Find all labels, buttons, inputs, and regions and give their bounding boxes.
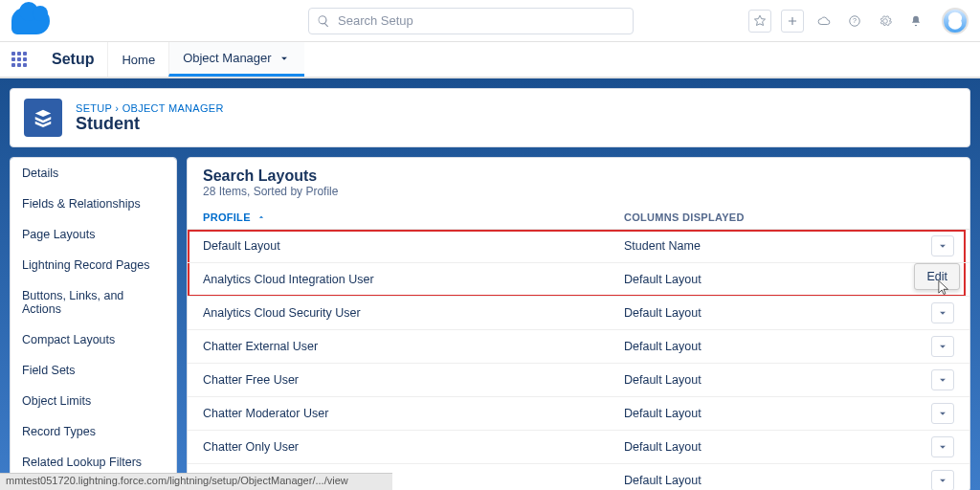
- cloud-icon: [817, 14, 831, 28]
- cell-columns: Default Layout: [624, 306, 931, 320]
- cell-columns: Default Layout: [624, 474, 931, 487]
- user-avatar[interactable]: [942, 8, 969, 34]
- sort-asc-icon: [256, 212, 266, 222]
- sidebar-item-fields[interactable]: Fields & Relationships: [11, 189, 176, 219]
- table-row[interactable]: Chatter Only User Default Layout: [188, 431, 969, 464]
- sidebar-item-compact-layouts[interactable]: Compact Layouts: [11, 324, 176, 355]
- app-nav: Setup Home Object Manager: [0, 42, 980, 78]
- main-panel: Search Layouts 28 Items, Sorted by Profi…: [187, 157, 970, 490]
- col-header-profile[interactable]: PROFILE: [203, 212, 624, 223]
- waffle-icon: [11, 52, 27, 67]
- notifications-button[interactable]: [905, 11, 926, 32]
- sidebar-item-record-types[interactable]: Record Types: [11, 416, 176, 447]
- table-row[interactable]: Chatter External User Default Layout: [188, 330, 969, 364]
- help-button[interactable]: ?: [844, 11, 865, 32]
- cell-profile: Analytics Cloud Integration User: [203, 273, 624, 286]
- col-header-columns[interactable]: COLUMNS DISPLAYED: [624, 212, 954, 223]
- chevron-down-icon: [936, 373, 949, 387]
- breadcrumb: SETUP › OBJECT MANAGER: [76, 102, 224, 114]
- sidebar-item-details[interactable]: Details: [11, 158, 176, 189]
- row-actions-button[interactable]: [931, 436, 954, 457]
- panel-title: Search Layouts: [203, 167, 954, 185]
- chevron-down-icon: [278, 52, 291, 65]
- plus-icon: [786, 14, 799, 28]
- sidebar-item-buttons-links[interactable]: Buttons, Links, and Actions: [11, 280, 176, 324]
- cell-profile: Chatter Moderator User: [203, 407, 624, 420]
- chevron-down-icon: [936, 440, 949, 454]
- sidebar-item-lightning-pages[interactable]: Lightning Record Pages: [11, 250, 176, 280]
- search-icon: [317, 14, 330, 28]
- app-name: Setup: [38, 42, 107, 77]
- cell-profile: Analytics Cloud Security User: [203, 306, 624, 320]
- layers-icon: [33, 107, 54, 128]
- row-actions-button[interactable]: [931, 235, 954, 256]
- global-header: Search Setup ?: [0, 0, 980, 42]
- object-title: Student: [76, 114, 224, 134]
- cell-profile: Default Layout: [203, 239, 624, 253]
- row-actions-button[interactable]: [931, 369, 954, 390]
- col-header-profile-label: PROFILE: [203, 212, 251, 223]
- cell-columns: Default Layout: [624, 273, 954, 286]
- row-actions-button[interactable]: [931, 302, 954, 323]
- table-row[interactable]: Analytics Cloud Security User Default La…: [188, 297, 969, 330]
- salesforce-logo-icon: [11, 8, 50, 34]
- cell-columns: Default Layout: [624, 373, 931, 387]
- setup-frame: SETUP › OBJECT MANAGER Student Details F…: [0, 78, 980, 490]
- chevron-down-icon: [936, 407, 949, 420]
- row-actions-button[interactable]: [931, 403, 954, 424]
- content-columns: Details Fields & Relationships Page Layo…: [10, 157, 970, 490]
- breadcrumb-sep: ›: [115, 102, 119, 114]
- gear-icon: [879, 14, 892, 28]
- page-header: SETUP › OBJECT MANAGER Student: [10, 88, 970, 147]
- breadcrumb-root[interactable]: SETUP: [76, 102, 112, 114]
- cell-profile: Chatter Only User: [203, 440, 624, 454]
- chevron-down-icon: [936, 239, 949, 253]
- row-actions-button[interactable]: [931, 470, 954, 490]
- cell-columns: Student Name: [624, 239, 931, 253]
- table-row[interactable]: Chatter Moderator User Default Layout: [188, 397, 969, 431]
- add-button[interactable]: [781, 10, 804, 33]
- sidebar-item-object-limits[interactable]: Object Limits: [11, 386, 176, 416]
- chevron-down-icon: [936, 340, 949, 353]
- mouse-cursor-icon: [937, 279, 950, 297]
- browser-status-bar: mmtest051720.lightning.force.com/lightni…: [0, 473, 392, 490]
- table-body[interactable]: Default Layout Student Name Analytics Cl…: [188, 230, 969, 490]
- sidebar-item-field-sets[interactable]: Field Sets: [11, 355, 176, 386]
- cell-profile: Chatter Free User: [203, 373, 624, 387]
- app-launcher-button[interactable]: [0, 42, 38, 77]
- chevron-down-icon: [936, 306, 949, 320]
- object-icon: [24, 99, 62, 137]
- table-row[interactable]: Chatter Free User Default Layout: [188, 364, 969, 397]
- cell-profile: Chatter External User: [203, 340, 624, 353]
- bell-icon: [909, 14, 923, 28]
- sidebar-item-page-layouts[interactable]: Page Layouts: [11, 219, 176, 250]
- tab-home[interactable]: Home: [107, 42, 168, 77]
- global-search-input[interactable]: Search Setup: [308, 8, 634, 34]
- chevron-down-icon: [936, 474, 949, 487]
- table-header: PROFILE COLUMNS DISPLAYED: [188, 204, 969, 230]
- cell-columns: Default Layout: [624, 440, 931, 454]
- cell-columns: Default Layout: [624, 407, 931, 420]
- svg-text:?: ?: [853, 17, 857, 24]
- header-actions: ?: [748, 8, 969, 34]
- tab-object-manager[interactable]: Object Manager: [168, 42, 304, 77]
- setup-sidebar[interactable]: Details Fields & Relationships Page Layo…: [10, 157, 177, 490]
- table-row[interactable]: Analytics Cloud Integration User Default…: [188, 263, 969, 297]
- question-icon: ?: [848, 14, 861, 28]
- cell-columns: Default Layout: [624, 340, 931, 353]
- row-actions-button[interactable]: [931, 336, 954, 357]
- favorites-button[interactable]: [748, 10, 771, 33]
- tab-object-manager-label: Object Manager: [183, 51, 272, 65]
- panel-subtitle: 28 Items, Sorted by Profile: [203, 185, 954, 198]
- setup-gear-button[interactable]: [875, 11, 896, 32]
- tab-home-label: Home: [122, 53, 155, 67]
- table-row[interactable]: Default Layout Student Name: [188, 230, 969, 263]
- search-placeholder: Search Setup: [338, 13, 413, 28]
- star-icon: [753, 14, 767, 28]
- trailhead-button[interactable]: [813, 11, 835, 32]
- breadcrumb-leaf[interactable]: OBJECT MANAGER: [122, 102, 224, 114]
